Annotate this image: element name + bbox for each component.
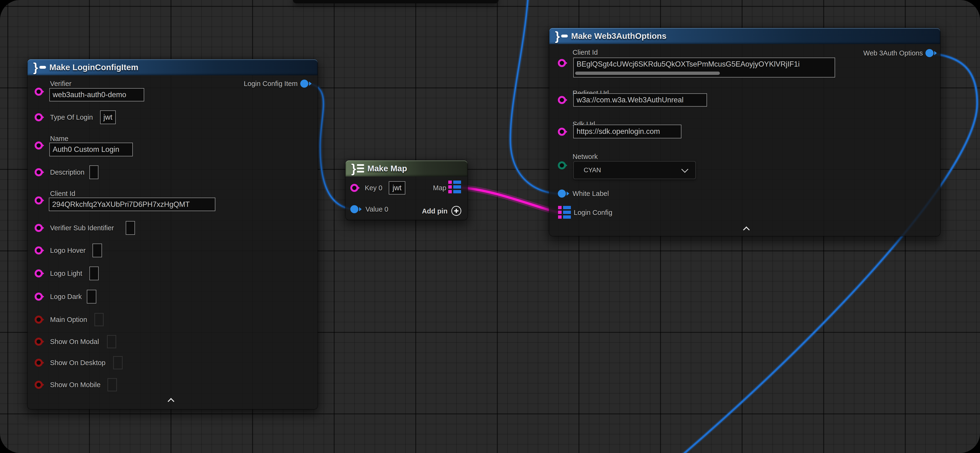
input-name[interactable]: Auth0 Custom Login (49, 143, 133, 156)
pin-key-0[interactable] (350, 184, 358, 192)
node-make-web3authoptions[interactable]: } Make Web3AuthOptions Web 3Auth Options… (549, 28, 940, 236)
pin-map-output[interactable] (448, 181, 461, 193)
pin-label-key-0: Key 0 (365, 184, 382, 192)
input-logo-dark[interactable] (87, 290, 96, 304)
make-container-icon: } (351, 163, 364, 174)
pin-label-value-0: Value 0 (366, 205, 388, 213)
pin-show-on-desktop[interactable] (35, 359, 43, 367)
pin-type-of-login[interactable] (35, 113, 43, 121)
input-type-of-login[interactable]: jwt (100, 111, 116, 124)
pin-login-config[interactable] (558, 206, 571, 219)
pin-network[interactable] (558, 162, 566, 169)
pin-logo-dark[interactable] (35, 293, 43, 301)
input-client-id-scrollbar[interactable] (575, 71, 720, 75)
pin-label-description: Description (50, 168, 84, 176)
node-make-map[interactable]: } Make Map Key 0 jwt Map Value 0 Add pin (345, 160, 468, 220)
pin-label-login-config: Login Config (574, 209, 612, 217)
input-verifier-sub-identifier[interactable] (126, 221, 135, 235)
pin-label-map: Map (433, 184, 446, 192)
pin-label-main-option: Main Option (50, 315, 87, 324)
pin-value-0[interactable] (350, 205, 358, 213)
pin-client-id[interactable] (558, 59, 566, 67)
pin-main-option[interactable] (35, 315, 43, 324)
pin-label-type-of-login: Type Of Login (50, 113, 93, 121)
pin-show-on-mobile[interactable] (35, 381, 43, 389)
input-client-id-text: BEglQSgt4cUWcj6SKRdu5QkOXTsePmMcusG5EAoy… (577, 60, 800, 68)
pin-label-show-on-desktop: Show On Desktop (50, 359, 105, 367)
chevron-down-icon (681, 166, 689, 173)
input-redirect-url[interactable]: w3a://com.w3a.Web3AuthUnreal (573, 93, 707, 107)
node-title: Make LoginConfigItem (49, 63, 138, 72)
pin-sdk-url[interactable] (558, 128, 566, 136)
dropdown-network-value: CYAN (584, 166, 601, 174)
collapse-chevron-icon[interactable] (166, 398, 176, 404)
pin-output-login-config-item[interactable] (300, 79, 308, 88)
pin-label-client-id: Client Id (573, 48, 598, 56)
pin-label-verifier-sub-identifier: Verifier Sub Identifier (50, 224, 114, 232)
input-logo-light[interactable] (89, 266, 99, 280)
dropdown-network[interactable]: CYAN (573, 161, 696, 179)
pin-description[interactable] (35, 168, 43, 176)
node-header-make-web3authoptions[interactable]: } Make Web3AuthOptions (549, 28, 940, 44)
pin-logo-light[interactable] (35, 269, 43, 277)
add-pin-label[interactable]: Add pin (422, 207, 447, 215)
output-label-web3auth-options: Web 3Auth Options (863, 49, 923, 57)
pin-label-show-on-modal: Show On Modal (50, 337, 99, 346)
blueprint-graph-canvas[interactable]: } Make LoginConfigItem Login Config Item… (0, 0, 980, 453)
pin-label-show-on-mobile: Show On Mobile (50, 381, 100, 389)
input-verifier[interactable]: web3auth-auth0-demo (49, 88, 144, 101)
pin-show-on-modal[interactable] (35, 337, 43, 346)
pin-label-name: Name (50, 135, 68, 143)
input-client-id[interactable]: 294QRkchfq2YaXUbPri7D6PH7xzHgQMT (49, 198, 215, 211)
node-header-make-loginconfigitem[interactable]: } Make LoginConfigItem (27, 59, 318, 75)
pin-name[interactable] (35, 141, 43, 149)
pin-output-web3auth-options[interactable] (926, 49, 934, 57)
checkbox-show-on-modal[interactable] (107, 335, 116, 348)
output-label-login-config-item: Login Config Item (244, 79, 298, 88)
pin-label-client-id: Client Id (50, 190, 75, 198)
pin-label-network: Network (573, 152, 598, 161)
make-struct-icon: } (33, 62, 46, 73)
node-make-loginconfigitem[interactable]: } Make LoginConfigItem Login Config Item… (27, 59, 318, 409)
input-key-0[interactable]: jwt (389, 181, 405, 195)
pin-label-verifier: Verifier (50, 79, 72, 88)
offscreen-node-bottom-edge[interactable] (293, 0, 498, 3)
add-pin-icon[interactable] (451, 206, 461, 216)
input-client-id[interactable]: BEglQSgt4cUWcj6SKRdu5QkOXTsePmMcusG5EAoy… (573, 57, 835, 78)
pin-logo-hover[interactable] (35, 246, 43, 255)
checkbox-main-option[interactable] (94, 313, 103, 326)
pin-label-logo-dark: Logo Dark (50, 293, 82, 301)
checkbox-show-on-desktop[interactable] (113, 356, 123, 369)
input-logo-hover[interactable] (92, 244, 102, 257)
node-title: Make Web3AuthOptions (571, 31, 667, 41)
pin-label-white-label: White Label (573, 190, 609, 198)
input-description[interactable] (89, 165, 99, 179)
pin-redirect-url[interactable] (558, 96, 566, 104)
node-header-make-map[interactable]: } Make Map (345, 160, 468, 176)
collapse-chevron-icon[interactable] (741, 226, 751, 232)
pin-label-logo-hover: Logo Hover (50, 246, 86, 255)
pin-label-logo-light: Logo Light (50, 269, 82, 277)
pin-verifier[interactable] (35, 88, 43, 96)
pin-verifier-sub-identifier[interactable] (35, 224, 43, 232)
checkbox-show-on-mobile[interactable] (107, 378, 117, 391)
make-struct-icon: } (555, 30, 567, 42)
pin-white-label[interactable] (558, 190, 566, 198)
input-sdk-url[interactable]: https://sdk.openlogin.com (573, 125, 681, 138)
node-title: Make Map (368, 164, 407, 173)
pin-client-id[interactable] (35, 196, 43, 204)
